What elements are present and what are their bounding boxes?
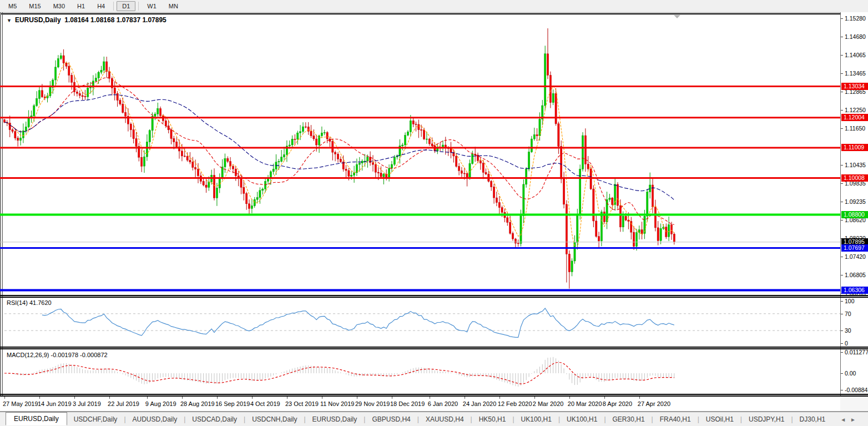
- date-tick: [604, 397, 605, 399]
- chart-tab-eurusd-daily-0[interactable]: EURUSD,Daily: [6, 412, 67, 425]
- date-tick: [639, 397, 640, 399]
- chart-tab-xauusd-h4-7[interactable]: XAUUSD,H4: [419, 414, 471, 425]
- chart-tab-eurusd-daily-5[interactable]: EURUSD,Daily: [306, 414, 364, 425]
- tab-scroll-left-icon[interactable]: ◄: [840, 417, 850, 423]
- price-tick-label: 1.14065: [845, 52, 866, 58]
- timeframe-button-m5[interactable]: M5: [3, 1, 22, 11]
- chart-tab-audusd-daily-2[interactable]: AUDUSD,Daily: [126, 414, 184, 425]
- symbol-dropdown-icon[interactable]: ▼: [7, 18, 12, 23]
- date-label: 22 Jul 2019: [108, 400, 139, 407]
- date-tick: [74, 397, 75, 399]
- price-tick-label: 0.011277: [845, 349, 868, 355]
- price-tick-label: 1.13465: [845, 70, 866, 77]
- level-price-label: 1.10008: [841, 174, 868, 182]
- timeframe-button-w1[interactable]: W1: [142, 1, 162, 11]
- timeframe-button-mn[interactable]: MN: [163, 1, 184, 11]
- chart-tab-gbpusd-h4-6[interactable]: GBPUSD,H4: [365, 414, 417, 425]
- date-tick: [287, 397, 287, 399]
- chart-ohlc-header: ▼EURUSD,Daily 1.08164 1.08168 1.07837 1.…: [7, 16, 166, 24]
- date-label: 27 May 2019: [3, 400, 38, 407]
- tab-scroll-right-icon[interactable]: ►: [850, 417, 860, 423]
- chart-tab-hk50-h1-8[interactable]: HK50,H1: [472, 414, 513, 425]
- date-label: 8 Apr 2020: [603, 400, 632, 407]
- timeframe-button-d1[interactable]: D1: [117, 1, 135, 11]
- chart-tab-dj30-h1-15[interactable]: DJ30,H1: [793, 414, 832, 425]
- price-chart[interactable]: [0, 14, 840, 295]
- axis-tick: [841, 18, 843, 19]
- price-tick-label: 30: [845, 327, 851, 334]
- pane-separator[interactable]: [0, 297, 868, 298]
- chart-tab-usoil-h1-13[interactable]: USOil,H1: [699, 414, 740, 425]
- price-axis[interactable]: 1.152801.146801.140651.134651.128651.122…: [840, 12, 868, 397]
- level-price-label: 1.06306: [841, 287, 868, 294]
- pane-separator: [0, 395, 868, 397]
- price-tick-label: 1.10435: [845, 162, 866, 168]
- axis-tick: [841, 390, 843, 390]
- pane-separator[interactable]: [0, 347, 868, 348]
- price-tick-label: 1.15280: [845, 15, 866, 22]
- axis-tick: [841, 110, 843, 111]
- level-price-label: 1.11009: [841, 144, 868, 151]
- time-axis[interactable]: 27 May 201914 Jun 20193 Jul 201922 Jul 2…: [0, 397, 840, 411]
- price-tick-label: 1.09235: [845, 198, 866, 205]
- date-tick: [4, 397, 5, 399]
- level-price-label: 1.07697: [841, 244, 868, 252]
- date-tick: [182, 397, 183, 399]
- timeframe-toolbar: M5M15M30H1H4D1W1MN: [0, 0, 868, 12]
- timeframe-button-m15[interactable]: M15: [23, 1, 46, 11]
- toolbar-separator: [138, 2, 139, 11]
- axis-tick: [841, 73, 843, 74]
- timeframe-button-m30[interactable]: M30: [48, 1, 70, 11]
- date-label: 6 Jan 2020: [428, 400, 458, 407]
- axis-tick: [841, 183, 843, 184]
- level-price-label: 1.13034: [841, 83, 868, 90]
- date-label: 20 Mar 2020: [568, 400, 602, 407]
- chart-tab-usdchf-daily-1[interactable]: USDCHF,Daily: [67, 414, 124, 425]
- date-label: 3 Jul 2019: [73, 400, 101, 407]
- date-label: 11 Nov 2019: [320, 400, 355, 407]
- date-tick: [252, 397, 253, 399]
- date-label: 24 Jan 2020: [463, 400, 497, 407]
- chart-tab-uk100-h1-10[interactable]: UK100,H1: [560, 414, 604, 425]
- chart-tab-usdjpy-h1-14[interactable]: USDJPY,H1: [742, 414, 791, 425]
- timeframe-button-h1[interactable]: H1: [72, 1, 90, 11]
- level-price-label: 1.12004: [841, 114, 868, 121]
- chart-tab-usdcnh-daily-4[interactable]: USDCNH,Daily: [245, 414, 304, 425]
- pane-separator[interactable]: [0, 348, 868, 349]
- axis-tick: [841, 314, 843, 314]
- rsi-pane[interactable]: [0, 298, 840, 347]
- level-price-label: 1.08800: [841, 211, 868, 218]
- pane-separator: [0, 394, 868, 395]
- macd-pane[interactable]: [0, 349, 840, 394]
- pane-separator[interactable]: [0, 295, 868, 296]
- date-tick: [465, 397, 465, 399]
- chart-tab-fra40-h1-12[interactable]: FRA40,H1: [653, 414, 698, 425]
- chart-tab-uk100-h1-9[interactable]: UK100,H1: [514, 414, 558, 425]
- axis-tick: [841, 330, 843, 331]
- date-label: 18 Dec 2019: [390, 400, 425, 407]
- macd-header: MACD(12,26,9) -0.001978 -0.000872: [7, 352, 108, 358]
- price-tick-label: 1.07420: [845, 253, 866, 260]
- price-tick-label: -0.008845: [845, 387, 868, 393]
- date-tick: [109, 397, 110, 399]
- axis-tick: [841, 275, 843, 275]
- date-label: 28 Aug 2019: [180, 400, 215, 407]
- date-tick: [499, 397, 500, 399]
- axis-tick: [841, 352, 843, 353]
- date-tick: [147, 397, 148, 399]
- date-label: 23 Oct 2019: [285, 400, 319, 407]
- date-label: 9 Aug 2019: [145, 400, 176, 407]
- date-tick: [217, 397, 218, 399]
- price-tick-label: 1.11650: [845, 125, 865, 132]
- price-tick-label: 1.12250: [845, 107, 866, 113]
- chart-tab-ger30-h1-11[interactable]: GER30,H1: [606, 414, 652, 425]
- axis-tick: [841, 92, 843, 92]
- axis-corner: [840, 397, 868, 411]
- timeframe-button-h4[interactable]: H4: [92, 1, 110, 11]
- price-tick-label: 0: [845, 340, 848, 347]
- date-label: 12 Feb 2020: [498, 400, 532, 407]
- date-tick: [534, 397, 535, 399]
- chart-tab-usdcad-daily-3[interactable]: USDCAD,Daily: [185, 414, 244, 425]
- date-label: 29 Nov 2019: [355, 400, 390, 407]
- chart-tab-bar: EURUSD,DailyUSDCHF,Daily|AUDUSD,Daily|US…: [0, 412, 868, 426]
